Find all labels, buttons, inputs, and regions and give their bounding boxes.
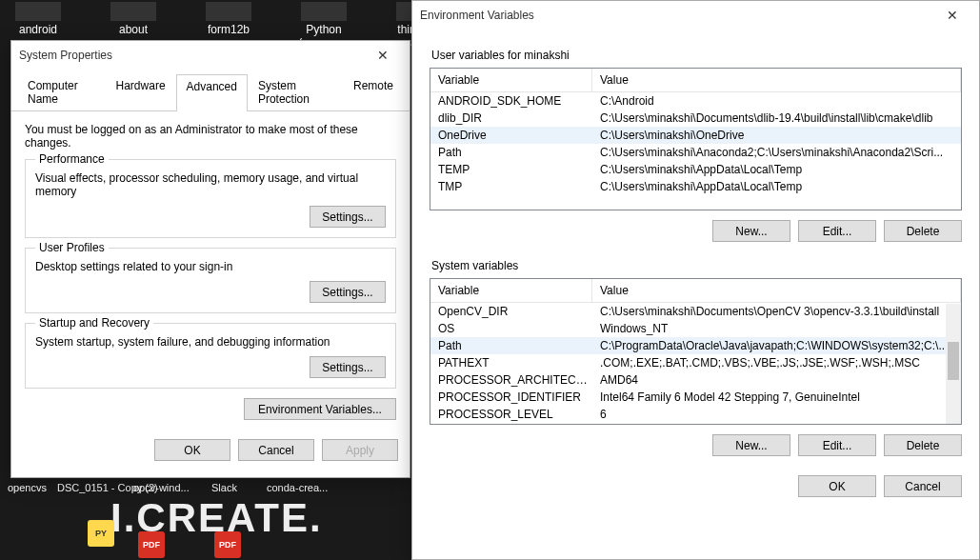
- var-value: C:\Users\minakshi\AppData\Local\Temp: [592, 163, 961, 176]
- bg-label: opencvs: [8, 482, 47, 493]
- system-delete-button[interactable]: Delete: [884, 434, 962, 456]
- group-title: Startup and Recovery: [35, 316, 153, 330]
- ok-button[interactable]: OK: [798, 475, 876, 497]
- system-vars-label: System variables: [431, 259, 962, 272]
- var-name: OpenCV_DIR: [430, 305, 592, 318]
- user-new-button[interactable]: New...: [712, 220, 790, 242]
- table-row[interactable]: ANDROID_SDK_HOMEC:\Android: [430, 92, 961, 110]
- system-edit-button[interactable]: Edit...: [798, 434, 876, 456]
- table-row[interactable]: PathC:\Users\minakshi\Anaconda2;C:\Users…: [430, 144, 961, 161]
- bg-label: opcv-wind...: [133, 482, 190, 493]
- var-value: C:\ProgramData\Oracle\Java\javapath;C:\W…: [592, 339, 961, 352]
- var-name: Path: [430, 146, 592, 159]
- window-title: System Properties: [19, 49, 364, 62]
- apply-button[interactable]: Apply: [322, 439, 398, 461]
- scrollbar-thumb[interactable]: [948, 342, 959, 380]
- cancel-button[interactable]: Cancel: [238, 439, 314, 461]
- environment-variables-window: Environment Variables ✕ User variables f…: [411, 0, 980, 560]
- table-row[interactable]: OpenCV_DIRC:\Users\minakshi\Documents\Op…: [430, 303, 961, 320]
- table-row[interactable]: dlib_DIRC:\Users\minakshi\Documents\dlib…: [430, 110, 961, 127]
- table-row[interactable]: TEMPC:\Users\minakshi\AppData\Local\Temp: [430, 161, 961, 178]
- var-name: PROCESSOR_ARCHITECTURE: [430, 373, 592, 387]
- table-row[interactable]: TMPC:\Users\minakshi\AppData\Local\Temp: [430, 178, 961, 195]
- col-header-value[interactable]: Value: [592, 279, 961, 302]
- user-profiles-group: User Profiles Desktop settings related t…: [25, 248, 396, 313]
- performance-settings-button[interactable]: Settings...: [310, 206, 386, 228]
- bg-label: conda-crea...: [267, 482, 328, 493]
- var-value: C:\Users\minakshi\OneDrive: [592, 129, 961, 142]
- var-value: AMD64: [592, 373, 961, 387]
- col-header-variable[interactable]: Variable: [430, 69, 592, 91]
- pdf-icon: PDF: [214, 531, 241, 558]
- ok-button[interactable]: OK: [154, 439, 230, 461]
- var-name: PROCESSOR_LEVEL: [430, 408, 592, 421]
- group-desc: Visual effects, processor scheduling, me…: [35, 171, 386, 198]
- tab-hardware[interactable]: Hardware: [106, 73, 176, 110]
- table-row[interactable]: PROCESSOR_LEVEL6: [430, 406, 961, 423]
- table-row[interactable]: PATHEXT.COM;.EXE;.BAT;.CMD;.VBS;.VBE;.JS…: [430, 354, 961, 371]
- var-name: dlib_DIR: [430, 111, 592, 125]
- user-delete-button[interactable]: Delete: [884, 220, 962, 242]
- user-vars-listbox[interactable]: Variable Value ANDROID_SDK_HOMEC:\Androi…: [430, 68, 962, 210]
- system-new-button[interactable]: New...: [712, 434, 790, 456]
- table-row[interactable]: PROCESSOR_ARCHITECTUREAMD64: [430, 371, 961, 389]
- performance-group: Performance Visual effects, processor sc…: [25, 159, 396, 238]
- var-name: PROCESSOR_IDENTIFIER: [430, 390, 592, 404]
- var-value: 6: [592, 408, 961, 421]
- environment-variables-button[interactable]: Environment Variables...: [244, 398, 396, 420]
- scrollbar[interactable]: [946, 304, 961, 424]
- var-value: .COM;.EXE;.BAT;.CMD;.VBS;.VBE;.JS;.JSE;.…: [592, 356, 961, 370]
- var-value: C:\Android: [592, 94, 961, 108]
- var-name: ANDROID_SDK_HOME: [430, 94, 592, 108]
- tab-remote[interactable]: Remote: [343, 73, 404, 110]
- table-row[interactable]: OneDriveC:\Users\minakshi\OneDrive: [430, 127, 961, 144]
- user-edit-button[interactable]: Edit...: [798, 220, 876, 242]
- var-name: OS: [430, 322, 592, 335]
- py-icon: PY: [88, 520, 114, 547]
- cancel-button[interactable]: Cancel: [884, 475, 962, 497]
- var-name: TEMP: [430, 163, 592, 176]
- var-value: C:\Users\minakshi\Documents\dlib-19.4\bu…: [592, 111, 961, 125]
- var-value: C:\Users\minakshi\Anaconda2;C:\Users\min…: [592, 146, 961, 159]
- col-header-value[interactable]: Value: [592, 69, 961, 91]
- admin-note: You must be logged on as an Administrato…: [25, 123, 396, 150]
- startup-settings-button[interactable]: Settings...: [310, 356, 386, 378]
- list-headers[interactable]: Variable Value: [430, 69, 961, 92]
- list-headers[interactable]: Variable Value: [430, 279, 961, 303]
- bg-label: Slack: [211, 482, 237, 493]
- group-title: User Profiles: [35, 241, 109, 254]
- tab-advanced[interactable]: Advanced: [176, 74, 248, 111]
- titlebar[interactable]: Environment Variables ✕: [412, 1, 979, 30]
- user-vars-label: User variables for minakshi: [431, 49, 962, 62]
- close-icon[interactable]: ✕: [364, 48, 402, 63]
- tab-computer-name[interactable]: Computer Name: [17, 73, 106, 110]
- var-value: C:\Users\minakshi\AppData\Local\Temp: [592, 180, 961, 193]
- var-value: Intel64 Family 6 Model 42 Stepping 7, Ge…: [592, 390, 961, 404]
- startup-recovery-group: Startup and Recovery System startup, sys…: [25, 323, 396, 389]
- table-row[interactable]: OSWindows_NT: [430, 320, 961, 337]
- col-header-variable[interactable]: Variable: [430, 279, 592, 302]
- system-properties-window: System Properties ✕ Computer Name Hardwa…: [10, 40, 410, 478]
- var-name: TMP: [430, 180, 592, 193]
- pdf-icon: PDF: [138, 531, 165, 558]
- group-desc: System startup, system failure, and debu…: [35, 335, 386, 349]
- user-profiles-settings-button[interactable]: Settings...: [310, 281, 386, 303]
- table-row[interactable]: PROCESSOR_IDENTIFIERIntel64 Family 6 Mod…: [430, 389, 961, 406]
- titlebar[interactable]: System Properties ✕: [11, 41, 410, 70]
- system-vars-listbox[interactable]: Variable Value OpenCV_DIRC:\Users\minaks…: [430, 278, 962, 425]
- var-name: PATHEXT: [430, 356, 592, 370]
- group-title: Performance: [35, 152, 109, 166]
- table-row[interactable]: PathC:\ProgramData\Oracle\Java\javapath;…: [430, 337, 961, 354]
- tab-strip: Computer Name Hardware Advanced System P…: [11, 73, 410, 111]
- dialog-footer: OK Cancel Apply: [11, 431, 410, 469]
- var-value: Windows_NT: [592, 322, 961, 335]
- tab-system-protection[interactable]: System Protection: [248, 73, 343, 110]
- close-icon[interactable]: ✕: [933, 8, 971, 23]
- window-title: Environment Variables: [420, 9, 933, 22]
- var-value: C:\Users\minakshi\Documents\OpenCV 3\ope…: [592, 305, 961, 318]
- var-name: Path: [430, 339, 592, 352]
- var-name: OneDrive: [430, 129, 592, 142]
- group-desc: Desktop settings related to your sign-in: [35, 260, 386, 273]
